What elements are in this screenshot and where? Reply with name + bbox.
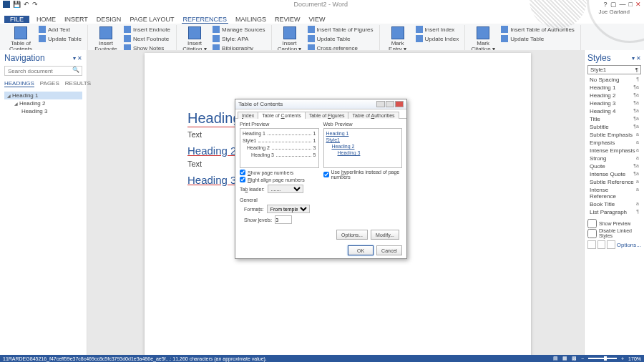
toc-dialog: Table of Contents IndexTable of Contents… — [235, 99, 407, 259]
print-preview-box: Heading 11Style11Heading 23Heading 35 — [240, 128, 319, 168]
ribbon-tab-page-layout[interactable]: PAGE LAYOUT — [128, 16, 175, 23]
insert-endnote-button[interactable]: Insert Endnote — [122, 25, 172, 34]
nav-heading-item[interactable]: ◢Heading 1 — [4, 92, 82, 99]
window-title: Document2 - Word — [294, 1, 348, 8]
citations-button[interactable]: InsertCitation ▾ — [181, 25, 208, 54]
style-subtle-reference[interactable]: Subtle Referencea — [587, 178, 641, 186]
qat-save-icon[interactable]: 💾 — [13, 1, 21, 8]
ribbon-tab-review[interactable]: REVIEW — [273, 16, 302, 23]
captions-button[interactable]: InsertCaption ▾ — [276, 25, 303, 54]
style-intense-emphasis[interactable]: Intense Emphasisa — [587, 147, 641, 155]
zoom-slider[interactable] — [588, 358, 617, 359]
style-heading-4[interactable]: Heading 4¶a — [587, 107, 641, 115]
nav-dropdown-icon[interactable]: ▾ — [73, 55, 76, 62]
update-table-button[interactable]: Update Table — [306, 34, 375, 43]
style-inspector-button[interactable] — [597, 240, 606, 249]
dialog-close-icon[interactable] — [395, 101, 404, 107]
ribbon-tab-mailings[interactable]: MAILINGS — [234, 16, 268, 23]
styles-dropdown-icon[interactable]: ▾ — [632, 55, 635, 62]
index-button[interactable]: MarkEntry ▾ — [384, 25, 411, 54]
style-title[interactable]: Title¶a — [587, 115, 641, 123]
dialog-minimize-icon[interactable] — [386, 101, 394, 107]
close-window-icon[interactable]: ✕ — [635, 1, 641, 8]
style-emphasis[interactable]: Emphasisa — [587, 139, 641, 147]
current-style[interactable]: Style1¶ — [587, 65, 641, 74]
minimize-icon[interactable]: — — [620, 1, 626, 8]
dialog-tab-table-of-contents[interactable]: Table of Contents — [258, 112, 306, 119]
style-intense-quote[interactable]: Intense Quote¶a — [587, 170, 641, 178]
ok-button[interactable]: OK — [348, 245, 374, 255]
insert-table-of-figures-button[interactable]: Insert Table of Figures — [306, 25, 375, 34]
add-text-button[interactable]: Add Text — [37, 25, 83, 34]
zoom-level[interactable]: 170% — [628, 356, 641, 361]
new-style-button[interactable] — [587, 240, 596, 249]
manage-styles-button[interactable] — [607, 240, 615, 249]
tab-leader-select[interactable]: ....... — [268, 185, 303, 193]
authorities-button[interactable]: MarkCitation ▾ — [469, 25, 497, 54]
style-no-spacing[interactable]: No Spacing¶ — [587, 76, 641, 84]
dialog-tab-index[interactable]: Index — [238, 112, 258, 119]
dialog-help-icon[interactable] — [376, 101, 385, 107]
dialog-tab-table-of-figures[interactable]: Table of Figures — [305, 112, 349, 119]
insert-index-button[interactable]: Insert Index — [414, 25, 461, 34]
nav-close-icon[interactable]: ✕ — [77, 55, 82, 62]
show-preview-checkbox[interactable]: Show Preview — [587, 219, 641, 228]
nav-heading-item[interactable]: Heading 3 — [4, 107, 82, 115]
manage-sources-button[interactable]: Manage Sources — [211, 25, 266, 34]
style-list-paragraph[interactable]: List Paragraph¶ — [587, 208, 641, 216]
qat-undo-icon[interactable]: ↶ — [24, 1, 29, 8]
nav-tab-headings[interactable]: HEADINGS — [4, 80, 34, 87]
ribbon-options-icon[interactable]: ▢ — [610, 1, 617, 8]
style-quote[interactable]: Quote¶a — [587, 162, 641, 170]
use-hyperlinks-checkbox[interactable]: Use hyperlinks instead of page numbers — [323, 170, 403, 180]
style-heading-1[interactable]: Heading 1¶a — [587, 84, 641, 92]
search-icon[interactable]: 🔍 — [72, 67, 79, 73]
tab-leader-label: Tab leader: — [240, 187, 265, 192]
styles-close-icon[interactable]: ✕ — [636, 55, 641, 62]
ribbon-tab-file[interactable]: FILE — [4, 16, 29, 23]
ribbon-tab-references[interactable]: REFERENCES — [182, 16, 229, 24]
formats-select[interactable]: From template — [267, 205, 310, 213]
ribbon-tab-home[interactable]: HOME — [35, 16, 57, 23]
ribbon-tab-view[interactable]: VIEW — [308, 16, 327, 23]
modify-button[interactable]: Modify... — [371, 230, 399, 240]
cancel-button[interactable]: Cancel — [376, 245, 402, 255]
style-heading-2[interactable]: Heading 2¶a — [587, 92, 641, 99]
show-page-numbers-checkbox[interactable]: Show page numbers — [240, 170, 319, 175]
style-apa-button[interactable]: Style: APA — [211, 34, 266, 43]
style-subtle-emphasis[interactable]: Subtle Emphasisa — [587, 131, 641, 139]
style-intense-reference[interactable]: Intense Referencea — [587, 186, 641, 200]
show-levels-input[interactable] — [275, 215, 292, 224]
insert-table-of-authorities-button[interactable]: Insert Table of Authorities — [499, 25, 576, 34]
view-read-icon[interactable]: ▤ — [553, 356, 558, 361]
right-align-checkbox[interactable]: Right align page numbers — [240, 177, 319, 182]
update-table-button[interactable]: Update Table — [499, 34, 576, 43]
nav-tab-pages[interactable]: PAGES — [40, 80, 59, 87]
maximize-icon[interactable]: □ — [629, 1, 633, 8]
navigation-title: Navigation — [4, 53, 45, 63]
options-button[interactable]: Options... — [336, 230, 368, 240]
help-icon[interactable]: ? — [604, 1, 608, 8]
styles-options-link[interactable]: Options... — [617, 242, 641, 248]
qat-redo-icon[interactable]: ↷ — [32, 1, 38, 8]
update-table-button[interactable]: Update Table — [37, 34, 83, 43]
disable-linked-checkbox[interactable]: Disable Linked Styles — [587, 228, 641, 238]
style-subtitle[interactable]: Subtitle¶a — [587, 123, 641, 131]
zoom-in-icon[interactable]: + — [621, 356, 624, 361]
style-book-title[interactable]: Book Titlea — [587, 200, 641, 208]
style-heading-3[interactable]: Heading 3¶a — [587, 99, 641, 107]
nav-heading-item[interactable]: ◢Heading 2 — [4, 99, 82, 107]
next-footnote-button[interactable]: Next Footnote — [122, 34, 172, 43]
word-app-icon — [3, 1, 10, 8]
ribbon-tabs: FILEHOMEINSERTDESIGNPAGE LAYOUTREFERENCE… — [0, 15, 644, 24]
navigation-pane: Navigation ▾ ✕ 🔍 HEADINGSPAGESRESULTS ◢H… — [0, 50, 87, 355]
update-index-button[interactable]: Update Index — [414, 34, 461, 43]
style-strong[interactable]: Stronga — [587, 155, 641, 162]
search-input[interactable] — [4, 66, 82, 76]
view-print-icon[interactable]: ▦ — [562, 356, 567, 361]
zoom-out-icon[interactable]: − — [581, 356, 584, 361]
view-web-icon[interactable]: ▩ — [572, 356, 577, 361]
ribbon-tab-insert[interactable]: INSERT — [63, 16, 89, 23]
ribbon-tab-design[interactable]: DESIGN — [95, 16, 123, 23]
dialog-tab-table-of-authorities[interactable]: Table of Authorities — [348, 112, 399, 119]
